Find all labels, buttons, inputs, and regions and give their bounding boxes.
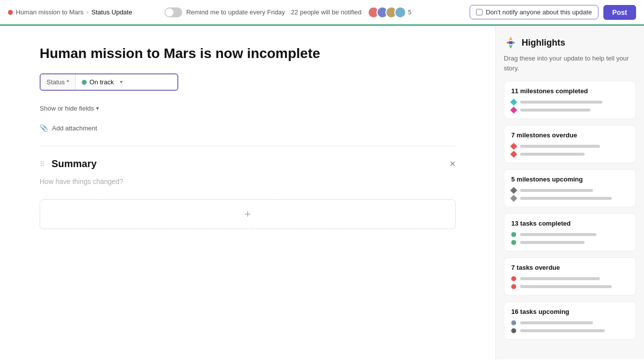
content-area: Human mission to Mars is now incomplete …: [0, 26, 495, 360]
project-dot: [8, 10, 13, 15]
notify-count: 22 people will be notified: [291, 8, 361, 16]
status-value-button[interactable]: On track ▼: [76, 74, 177, 90]
highlight-card-title: 7 tasks overdue: [511, 264, 629, 271]
status-text: On track: [90, 78, 114, 86]
topbar-right: Don't notify anyone about this update Po…: [470, 5, 636, 20]
tasks-overdue-dot-2: [511, 284, 516, 289]
page-title: Human mission to Mars is now incomplete: [40, 46, 456, 61]
toggle-knob: [165, 8, 173, 16]
highlight-card-milestones-completed[interactable]: 11 milestones completed: [504, 81, 636, 119]
svg-marker-0: [509, 37, 513, 41]
milestone-overdue-diamond-2: [510, 151, 517, 158]
highlights-title: Highlights: [522, 38, 565, 48]
tasks-upcoming-dot-2: [511, 328, 516, 333]
highlight-row: [511, 320, 629, 325]
breadcrumb-arrow: ›: [87, 9, 89, 16]
show-hide-label: Show or hide fields: [40, 105, 94, 112]
dont-notify-label: Don't notify anyone about this update: [485, 8, 591, 16]
summary-header: ⠿ Summary ✕: [40, 158, 456, 170]
highlight-card-milestones-upcoming[interactable]: 5 milestones upcoming: [504, 169, 636, 207]
remind-label: Remind me to update every Friday: [186, 8, 285, 16]
highlight-row: [511, 100, 629, 105]
svg-point-4: [513, 42, 515, 44]
topbar: Human mission to Mars › Status Update Re…: [0, 0, 644, 26]
milestone-completed-diamond-1: [510, 99, 517, 106]
highlight-row: [511, 108, 629, 113]
add-attachment-button[interactable]: 📎 Add attachment: [40, 120, 456, 136]
highlight-card-title: 13 tasks completed: [511, 220, 629, 227]
project-name[interactable]: Human mission to Mars: [16, 8, 84, 16]
highlight-row: [511, 276, 629, 281]
summary-title: Summary: [52, 158, 97, 170]
bar-2: [520, 329, 605, 332]
bar-2: [520, 241, 585, 244]
highlight-row: [511, 188, 629, 193]
bar-2: [520, 109, 590, 112]
highlight-card-tasks-completed[interactable]: 13 tasks completed: [504, 213, 636, 251]
bar-2: [520, 285, 612, 288]
show-hide-chevron-icon: ▾: [96, 105, 99, 112]
highlight-card-title: 5 milestones upcoming: [511, 176, 629, 183]
avatar-4: [394, 6, 406, 18]
status-label: Status *: [41, 74, 76, 90]
highlight-card-tasks-upcoming[interactable]: 16 tasks upcoming: [504, 301, 636, 340]
drag-handle-icon[interactable]: ⠿: [40, 160, 45, 168]
dont-notify-checkbox-wrapper[interactable]: Don't notify anyone about this update: [470, 5, 598, 19]
status-dot: [82, 80, 87, 85]
milestone-upcoming-diamond-2: [510, 195, 517, 202]
highlight-row: [511, 152, 629, 157]
avatars: 5: [368, 6, 412, 18]
highlight-card-title: 16 tasks upcoming: [511, 308, 629, 315]
bar-1: [520, 101, 602, 104]
remind-toggle[interactable]: [164, 7, 182, 17]
highlights-panel: Highlights Drag these into your update t…: [495, 26, 644, 360]
summary-placeholder[interactable]: How have things changed?: [40, 174, 456, 189]
summary-section: ⠿ Summary ✕ How have things changed?: [40, 158, 456, 189]
highlight-card-title: 11 milestones completed: [511, 87, 629, 95]
status-field[interactable]: Status * On track ▼: [40, 73, 178, 91]
tasks-upcoming-dot-1: [511, 320, 516, 325]
highlight-card-milestones-overdue[interactable]: 7 milestones overdue: [504, 125, 636, 163]
highlight-row: [511, 196, 629, 201]
highlight-row: [511, 240, 629, 245]
show-hide-fields[interactable]: Show or hide fields ▾: [40, 101, 456, 116]
highlights-ai-icon: [504, 36, 518, 50]
breadcrumb: Human mission to Mars › Status Update: [8, 8, 132, 16]
attachment-icon: 📎: [40, 124, 48, 132]
highlight-row: [511, 232, 629, 237]
milestone-upcoming-diamond-1: [510, 187, 517, 194]
dont-notify-checkbox[interactable]: [476, 9, 483, 15]
svg-marker-1: [509, 45, 513, 49]
svg-rect-2: [509, 41, 513, 44]
bar-1: [520, 277, 600, 280]
status-chevron-icon: ▼: [119, 79, 124, 85]
add-block-button[interactable]: +: [40, 199, 456, 229]
tasks-completed-dot-1: [511, 232, 516, 237]
bar-1: [520, 233, 596, 236]
highlight-row: [511, 284, 629, 289]
svg-point-3: [507, 42, 509, 44]
bar-2: [520, 153, 585, 156]
tasks-overdue-dot-1: [511, 276, 516, 281]
summary-close-button[interactable]: ✕: [449, 159, 456, 169]
divider: [40, 146, 456, 146]
bar-1: [520, 145, 600, 148]
highlights-description: Drag these into your update to help tell…: [504, 54, 636, 73]
highlight-card-title: 7 milestones overdue: [511, 131, 629, 139]
status-row: Status * On track ▼: [40, 73, 456, 91]
add-block-icon: +: [245, 208, 251, 221]
highlight-row: [511, 328, 629, 333]
add-attachment-label: Add attachment: [52, 124, 97, 132]
topbar-center: Remind me to update every Friday 22 peop…: [164, 6, 412, 18]
bar-1: [520, 189, 593, 192]
bar-1: [520, 321, 593, 324]
highlight-card-tasks-overdue[interactable]: 7 tasks overdue: [504, 257, 636, 296]
post-button[interactable]: Post: [603, 5, 636, 20]
milestone-overdue-diamond-1: [510, 143, 517, 150]
remind-toggle-wrapper: Remind me to update every Friday: [164, 7, 285, 17]
tasks-completed-dot-2: [511, 240, 516, 245]
highlights-header: Highlights: [504, 36, 636, 50]
avatar-count: 5: [408, 9, 412, 16]
highlight-row: [511, 144, 629, 149]
bar-2: [520, 197, 612, 200]
